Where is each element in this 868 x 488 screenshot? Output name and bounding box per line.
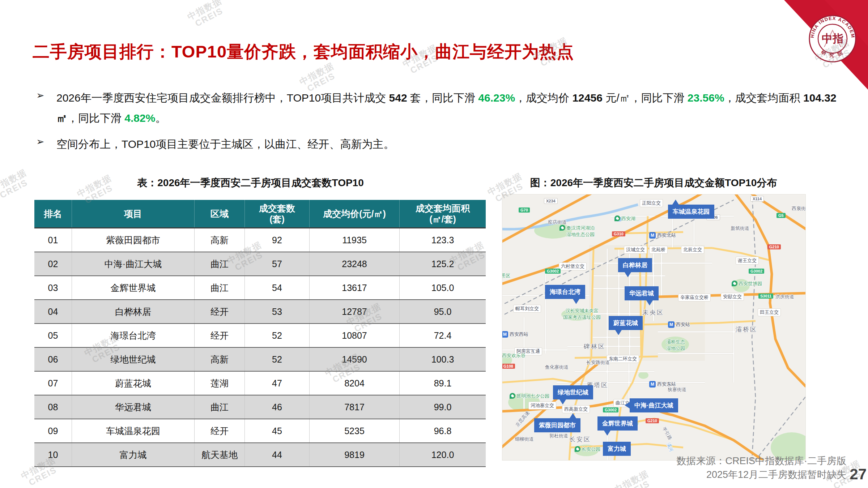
bullet-segment: 4.82%	[124, 112, 155, 124]
watermark: 中指数据CREIS	[0, 168, 33, 202]
xian-map: 正阳立交汉城立交北苑桥北辰立交谢王立交六村堡立交安邸立交辛家庙立交桥帽耳刘立交田…	[502, 194, 806, 461]
watermark: 中指数据CREIS	[186, 0, 228, 30]
table-cell: 华远君城	[72, 395, 195, 419]
table-cell: 120.0	[400, 443, 486, 467]
map-place-label: 谢王立交	[736, 257, 759, 265]
table-cell: 9819	[310, 443, 400, 467]
callout-pointer	[573, 299, 579, 304]
table-cell: 01	[34, 228, 72, 252]
table-cell: 23248	[310, 252, 400, 276]
column-header: 成交套均面积 (㎡/套)	[400, 200, 486, 228]
table-row: 02中海·曲江大城曲江5723248125.2	[34, 252, 486, 276]
column-header: 项目	[72, 200, 195, 228]
watermark: 中指数据CREIS	[613, 469, 655, 488]
park-name: 西安世博园	[739, 281, 762, 287]
road-shield: G5	[776, 213, 786, 218]
table-cell: 04	[34, 300, 72, 324]
park-pin-icon: ♣	[559, 225, 565, 231]
bullet-segment: ，同比下滑	[67, 112, 124, 124]
project-callout[interactable]: 华远君城	[625, 286, 659, 300]
callout-pointer	[604, 431, 610, 436]
table-cell: 航天基地	[195, 443, 245, 467]
map-place-label: 西高新立交	[562, 405, 590, 413]
map-park-label: ♣昆明池七夕公园	[510, 393, 549, 399]
table-row: 10富力城航天基地449819120.0	[34, 443, 486, 467]
metro-name: 西安西站	[510, 331, 528, 338]
map-park-label: ♣西安世博园	[732, 281, 762, 287]
project-callout[interactable]: 紫薇田园都市	[534, 418, 580, 432]
road-shield: G210	[767, 244, 781, 249]
project-callout[interactable]: 海璟台北湾	[545, 285, 585, 299]
map-place-label: 田王立交	[758, 308, 781, 316]
park-pin-icon: ♣	[575, 446, 580, 452]
park-name: 昆明池七夕公园	[516, 393, 549, 399]
table-cell: 105.0	[400, 276, 486, 300]
table-cell: 08	[34, 395, 72, 419]
road-shield: X234	[544, 198, 558, 204]
road-shield: G310	[612, 231, 625, 236]
table-row: 03金辉世界城曲江5413617105.0	[34, 276, 486, 300]
table-cell: 11935	[310, 228, 400, 252]
map-metro-station: M西安站	[668, 321, 690, 328]
table-cell: 曲江	[195, 276, 245, 300]
map-street-label: 新筑街道	[731, 225, 749, 232]
table-cell: 曲江	[195, 252, 245, 276]
map-place-label: 汉城立交	[624, 246, 647, 254]
bullet-segment: 46.23%	[478, 92, 515, 104]
park-pin-icon: ♣	[614, 215, 620, 221]
metro-name: 西安北站	[657, 232, 676, 239]
top10-table: 排名项目区域成交套数 (套)成交均价(元/㎡)成交套均面积 (㎡/套) 01紫薇…	[34, 200, 486, 467]
table-cell: 45	[245, 419, 310, 443]
project-callout[interactable]: 白桦林居	[618, 258, 652, 272]
project-callout[interactable]: 蔚蓝花城	[609, 316, 643, 330]
page-title: 二手房项目排行：TOP10量价齐跌，套均面积缩小，曲江与经开为热点	[33, 40, 792, 63]
bullet-segment: ，成交套均面积	[724, 92, 803, 104]
project-callout[interactable]: 车城温泉花园	[668, 205, 714, 219]
data-source-line1: 数据来源：CREIS中指数据库·二手房版	[676, 454, 846, 468]
callout-pointer	[570, 413, 576, 418]
table-cell: 12787	[310, 300, 400, 324]
map-place-label: 正阳立交	[640, 199, 663, 207]
bullet-segment: 12456	[572, 92, 602, 104]
table-cell: 07	[34, 371, 72, 395]
map-park-label: 汉长安城未央宫 国家考古遗址公园	[563, 308, 601, 321]
road-shield: G210	[646, 418, 659, 423]
map-place-label: 河池寨立交	[528, 402, 556, 410]
map-metro-station: M西安北站	[649, 232, 676, 239]
map-metro-station: M西安西站	[502, 331, 528, 338]
metro-icon: M	[668, 321, 675, 328]
project-callout[interactable]: 绿地世纪城	[553, 385, 593, 399]
park-name: 西安湖	[621, 215, 635, 222]
callout-pointer	[625, 402, 630, 408]
metro-icon: M	[502, 331, 508, 338]
project-callout[interactable]: 金辉世界城	[597, 416, 638, 431]
park-name: 灞桥生态 湿地公园	[666, 339, 685, 352]
bullet-arrow-icon: ➢	[36, 134, 56, 154]
project-callout[interactable]: 中海·曲江大城	[630, 398, 678, 412]
column-header: 区域	[195, 200, 245, 228]
map-park-label: ♣秦汉渭河湖泊 湿地生态公园	[559, 225, 595, 238]
slide: CHINA INDEX ACADEMY 研 究 院 中指 二手房项目排行：TOP…	[0, 0, 868, 488]
table-cell: 05	[34, 324, 72, 347]
table-cell: 海璟台北湾	[72, 324, 195, 347]
map-place-label: 东南二环立交	[607, 355, 639, 363]
map-street-label: 郭杜街道	[549, 433, 568, 439]
table-cell: 02	[34, 252, 72, 276]
map-street-label: 洪庆街道	[775, 294, 794, 300]
callout-pointer	[646, 300, 653, 305]
table-cell: 09	[34, 419, 72, 443]
data-source: 数据来源：CREIS中指数据库·二手房版 2025年12月二手房数据暂时缺失	[676, 454, 846, 481]
park-pin-icon: ♣	[732, 281, 737, 286]
map-park-label: 阳湖景区	[502, 273, 510, 279]
project-callout[interactable]: 富力城	[603, 442, 631, 456]
bullet-item: ➢2026年一季度西安住宅项目成交金额排行榜中，TOP10项目共计成交 542 …	[36, 88, 846, 128]
data-source-line2: 2025年12月二手房数据暂时缺失	[676, 468, 846, 481]
map-place-label: 六村堡立交	[559, 262, 587, 270]
map-place-label: 安邸立交	[721, 293, 744, 301]
map-district-label: 长安区	[569, 435, 591, 444]
callout-pointer	[559, 399, 566, 404]
bullet-item: ➢空间分布上，TOP10项目主要位于主城区，以曲江、经开、高新为主。	[36, 134, 846, 154]
bullet-segment: 元/㎡，同比下滑	[603, 92, 688, 104]
map-street-label: 长安路街道	[586, 359, 610, 366]
table-row: 04白桦林居经开531278795.0	[34, 300, 486, 324]
